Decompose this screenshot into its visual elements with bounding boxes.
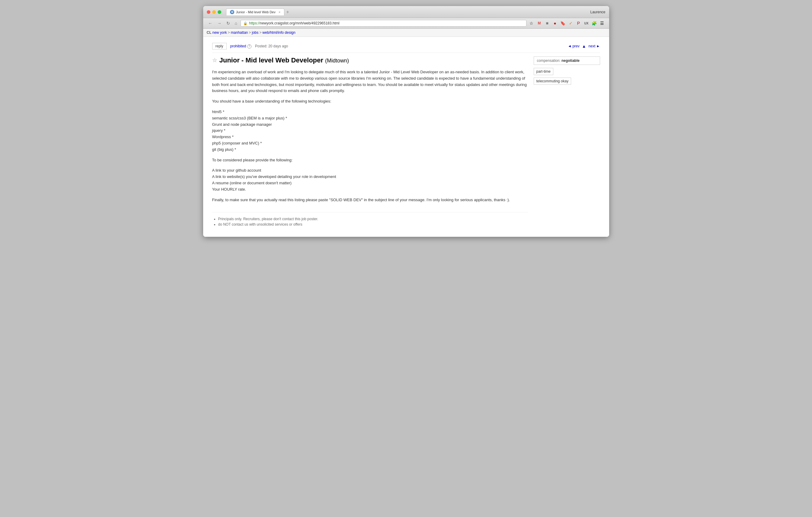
prohibited-help-icon[interactable]: ? [247,44,252,49]
footer-note-1: Principals only. Recruiters, please don'… [218,217,528,221]
compensation-label: compensation: [537,59,560,63]
post-title-location: (Midtown) [325,58,349,64]
ssl-icon: 🔒 [243,22,248,25]
post-paragraph-2: You should have a base understanding of … [212,98,528,105]
footer-note-2: do NOT contact us with unsolicited servi… [218,222,528,226]
part-time-tag-wrapper: part-time [534,68,600,78]
tab-close-icon[interactable]: × [279,10,281,14]
breadcrumb-sep-3: > [259,30,261,35]
extensions-icon[interactable]: 🧩 [591,20,598,27]
telecommute-tag-wrapper: telecommuting okay [534,78,600,87]
telecommuting-tag: telecommuting okay [534,78,572,85]
post-title-wrapper: ☆ Junior - Mid level Web Developer (Midt… [212,56,528,64]
pocket-icon[interactable]: 🔖 [560,20,566,27]
browser-window: ☮ Junior - Mid level Web Dev × + Laurenc… [203,6,609,237]
compensation-value: negotiable [561,59,580,63]
pinterest-icon[interactable]: P [575,20,582,27]
prohibited-link[interactable]: prohibited [230,44,246,48]
menu-icon[interactable]: ☰ [599,20,606,27]
tab-bar: ☮ Junior - Mid level Web Dev × + [226,8,588,16]
browser-toolbar: ← → ↻ ⌂ 🔒 https://newyork.craigslist.org… [203,18,609,29]
active-tab[interactable]: ☮ Junior - Mid level Web Dev × [226,8,285,16]
home-button[interactable]: ⌂ [233,20,239,26]
post-footer: Principals only. Recruiters, please don'… [212,212,528,226]
gmail-icon[interactable]: M [536,20,543,27]
post-paragraph-3: To be considered please provide the foll… [212,157,528,163]
post-title: Junior - Mid level Web Developer (Midtow… [220,56,349,64]
post-paragraph-1: I'm experiencing an overload of work and… [212,69,528,94]
reply-button[interactable]: reply [212,43,227,50]
breadcrumb-bar: CL new york > manhattan > jobs > web/htm… [203,29,609,37]
url-text: https://newyork.craigslist.org/mnh/web/4… [249,21,340,25]
breadcrumb-jobs[interactable]: jobs [252,30,258,35]
prev-link[interactable]: ◄ prev [568,44,580,48]
star-icon[interactable]: ☆ [528,20,535,27]
refresh-button[interactable]: ↻ [225,20,232,26]
lastpass-icon[interactable]: ● [552,20,558,27]
breadcrumb-category[interactable]: web/html/info design [262,30,295,35]
url-https: https:// [249,21,260,25]
page-content: reply prohibited ? Posted: 20 days ago ◄… [203,37,609,237]
post-paragraph-4: Finally, to make sure that you actually … [212,197,528,203]
post-body: I'm experiencing an overload of work and… [212,69,528,203]
prohibited-wrapper: prohibited ? [230,44,252,49]
post-footer-list: Principals only. Recruiters, please don'… [218,217,528,226]
up-arrow-icon[interactable]: ▲ [582,44,586,49]
new-tab-button[interactable]: + [284,9,291,15]
tab-favicon: ☮ [230,10,234,14]
close-button[interactable] [207,10,210,14]
post-technologies-list: html5 * semantic scss/css3 (BEM is a maj… [212,109,528,153]
title-bar: ☮ Junior - Mid level Web Dev × + Laurenc… [203,6,609,18]
buffer-icon[interactable]: ≡ [544,20,551,27]
post-navigation: ◄ prev ▲ next ► [568,44,600,49]
tab-title: Junior - Mid level Web Dev [236,10,276,14]
window-controls [207,10,221,14]
favorite-star-icon[interactable]: ☆ [212,57,217,64]
breadcrumb-new-york[interactable]: new york [212,30,227,35]
breadcrumb-sep-2: > [249,30,251,35]
compensation-box: compensation: negotiable [534,56,600,65]
address-bar[interactable]: 🔒 https://newyork.craigslist.org/mnh/web… [240,20,526,27]
post-sidebar: compensation: negotiable part-time telec… [534,56,600,228]
post-requirements-list: A link to your github account A link to … [212,168,528,192]
cl-logo[interactable]: CL [207,30,212,35]
url-full: newyork.craigslist.org/mnh/web/492296518… [260,21,339,25]
breadcrumb-manhattan[interactable]: manhattan [231,30,248,35]
forward-button[interactable]: → [216,20,223,26]
user-name: Laurence [590,10,605,14]
post-layout: ☆ Junior - Mid level Web Developer (Midt… [212,56,600,228]
post-title-text: Junior - Mid level Web Developer [220,56,323,64]
toolbar-icons: ☆ M ≡ ● 🔖 ✓ P UX 🧩 ☰ [528,20,606,27]
maximize-button[interactable] [218,10,221,14]
post-action-bar: reply prohibited ? Posted: 20 days ago ◄… [212,43,600,53]
back-button[interactable]: ← [207,20,214,26]
checklist-icon[interactable]: ✓ [568,20,574,27]
part-time-tag: part-time [534,68,553,75]
next-link[interactable]: next ► [589,44,600,48]
breadcrumb-sep-1: > [228,30,230,35]
post-main-content: ☆ Junior - Mid level Web Developer (Midt… [212,56,528,228]
minimize-button[interactable] [212,10,216,14]
posted-date: Posted: 20 days ago [255,44,288,48]
ux-icon[interactable]: UX [583,20,590,27]
